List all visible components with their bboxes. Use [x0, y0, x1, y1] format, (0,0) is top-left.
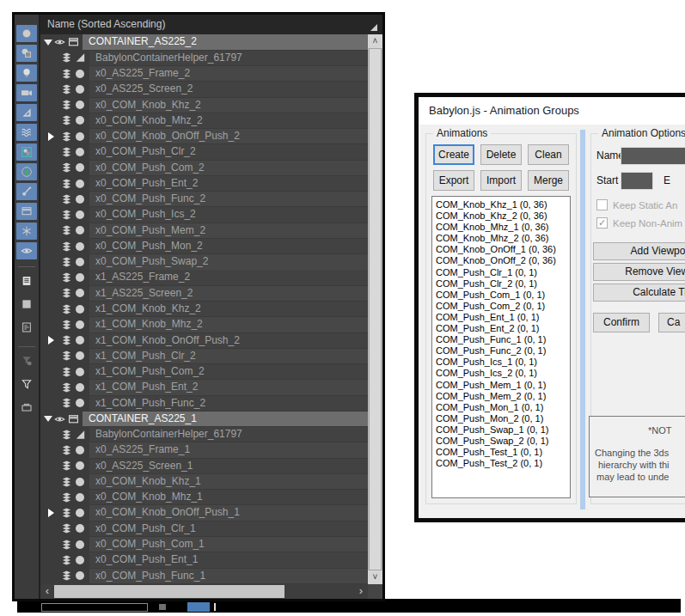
- toolbar-display-notes-button[interactable]: [16, 319, 37, 336]
- keep-static-checkbox[interactable]: [596, 199, 608, 210]
- stack-icon[interactable]: [59, 83, 73, 95]
- remove-viewport-button[interactable]: Remove Viewp: [593, 263, 685, 281]
- tree-row[interactable]: x0_COM_Push_Ent_1: [40, 552, 368, 568]
- node-label[interactable]: x0_AS225_Frame_2: [89, 66, 368, 81]
- tree-row[interactable]: x0_COM_Push_Clr_1: [40, 521, 368, 536]
- expander-down-icon[interactable]: [44, 40, 52, 46]
- animation-list-item[interactable]: COM_Knob_OnOff_1 (0, 36): [436, 244, 566, 255]
- tree-row[interactable]: x1_COM_Knob_Mhz_2: [40, 317, 368, 332]
- tree-row[interactable]: x0_COM_Knob_Mhz_1: [40, 490, 368, 505]
- expander-right-icon[interactable]: [48, 132, 54, 141]
- tree-row[interactable]: x0_COM_Push_Com_1: [40, 537, 368, 552]
- tree-row[interactable]: BabylonContainerHelper_61797: [40, 50, 368, 65]
- animation-list-item[interactable]: COM_Push_Com_2 (0, 1): [436, 301, 566, 312]
- tree-row[interactable]: x0_COM_Push_Clr_2: [40, 144, 368, 160]
- toolbar-display-swatch-button[interactable]: [16, 296, 37, 313]
- animation-list-item[interactable]: COM_Push_Mem_1 (0, 1): [436, 380, 566, 391]
- create-button[interactable]: Create: [433, 144, 474, 165]
- toolbar-containers-button[interactable]: [16, 203, 37, 220]
- toolbar-select-shapes-button[interactable]: [16, 45, 37, 62]
- tree-row[interactable]: x1_AS225_Screen_2: [40, 285, 368, 301]
- expander-down-icon[interactable]: [44, 416, 52, 422]
- tree-row[interactable]: x0_COM_Knob_Khz_1: [40, 473, 368, 489]
- node-label[interactable]: x0_AS225_Screen_2: [89, 82, 368, 96]
- node-label[interactable]: x0_COM_Push_Ics_2: [89, 207, 368, 222]
- stack-icon[interactable]: [59, 52, 73, 64]
- dialog-title[interactable]: Babylon.js - Animation Groups: [419, 97, 685, 125]
- add-viewport-button[interactable]: Add Viewpor: [593, 242, 685, 260]
- node-label[interactable]: x0_COM_Push_Func_1: [89, 569, 368, 583]
- node-label[interactable]: x0_COM_Knob_Mhz_1: [89, 490, 368, 504]
- node-label[interactable]: x0_COM_Push_Swap_2: [89, 254, 368, 269]
- tree-row[interactable]: x0_COM_Knob_Mhz_2: [40, 113, 368, 128]
- confirm-button[interactable]: Confirm: [593, 313, 650, 332]
- animation-list-item[interactable]: COM_Push_Com_1 (0, 1): [436, 290, 566, 301]
- node-label[interactable]: x0_COM_Knob_OnOff_Push_1: [89, 505, 368, 520]
- stack-icon[interactable]: [59, 287, 73, 299]
- node-label[interactable]: x0_COM_Push_Clr_1: [89, 521, 368, 536]
- animation-list-item[interactable]: COM_Push_Mon_2 (0, 1): [436, 413, 566, 424]
- toolbar-display-list-button[interactable]: [16, 272, 37, 290]
- animation-list-item[interactable]: COM_Push_Clr_2 (0, 1): [436, 278, 566, 290]
- tree-row[interactable]: x1_AS225_Frame_2: [40, 270, 368, 285]
- node-label[interactable]: x1_COM_Push_Clr_2: [89, 349, 368, 363]
- node-label[interactable]: x1_COM_Push_Ent_2: [89, 380, 368, 394]
- node-label[interactable]: x0_AS225_Frame_1: [89, 442, 368, 457]
- node-label[interactable]: x0_COM_Push_Clr_2: [89, 144, 368, 159]
- name-input[interactable]: [621, 147, 685, 165]
- node-label[interactable]: x1_COM_Knob_OnOff_Push_2: [89, 333, 368, 348]
- tree-row[interactable]: x1_COM_Push_Clr_2: [40, 348, 368, 363]
- scroll-down-button[interactable]: ˅: [368, 570, 382, 584]
- toolbar-filter-button[interactable]: [16, 375, 37, 393]
- stack-icon[interactable]: [59, 178, 73, 190]
- node-label[interactable]: x0_COM_Push_Ent_2: [89, 176, 368, 191]
- merge-button[interactable]: Merge: [528, 170, 569, 191]
- stack-icon[interactable]: [59, 319, 73, 331]
- stack-icon[interactable]: [59, 193, 73, 205]
- node-label[interactable]: x0_COM_Push_Com_1: [89, 537, 368, 552]
- tree-row[interactable]: x1_COM_Push_Ent_2: [40, 380, 368, 395]
- animation-list-item[interactable]: COM_Knob_Mhz_1 (0, 36): [436, 222, 566, 233]
- stack-icon[interactable]: [59, 114, 73, 126]
- stack-icon[interactable]: [59, 99, 73, 111]
- animation-list-item[interactable]: COM_Push_Test_1 (0, 1): [436, 447, 566, 458]
- animation-list-item[interactable]: COM_Push_Clr_1 (0, 1): [436, 267, 566, 278]
- toolbar-xrefs-button[interactable]: [16, 163, 37, 180]
- keep-nonanim-checkbox[interactable]: ✓: [596, 217, 608, 229]
- animation-list-item[interactable]: COM_Knob_Mhz_2 (0, 36): [436, 233, 566, 244]
- stack-icon[interactable]: [59, 570, 73, 582]
- stack-icon[interactable]: [59, 256, 73, 268]
- node-label[interactable]: x0_AS225_Screen_1: [89, 459, 368, 473]
- toolbar-helpers-button[interactable]: [16, 104, 37, 121]
- expander-right-icon[interactable]: [48, 509, 54, 517]
- start-input[interactable]: [621, 172, 653, 190]
- stack-icon[interactable]: [59, 209, 73, 221]
- node-label[interactable]: x1_COM_Knob_Mhz_2: [89, 317, 368, 332]
- toolbar-select-objects-button[interactable]: [16, 25, 37, 42]
- animation-list-item[interactable]: COM_Push_Ics_1 (0, 1): [436, 357, 566, 368]
- stack-icon[interactable]: [59, 131, 73, 143]
- tree-row[interactable]: x1_COM_Knob_OnOff_Push_2: [40, 332, 368, 348]
- node-label[interactable]: x0_COM_Push_Func_2: [89, 192, 368, 206]
- calculate-time-button[interactable]: Calculate Ti: [593, 284, 685, 302]
- stack-icon[interactable]: [59, 162, 73, 174]
- stack-icon[interactable]: [59, 491, 73, 503]
- stack-icon[interactable]: [59, 350, 73, 362]
- sort-indicator-icon[interactable]: [370, 24, 377, 31]
- animation-list-item[interactable]: COM_Push_Ics_2 (0, 1): [436, 368, 566, 379]
- node-label[interactable]: CONTAINER_AS225_2: [83, 34, 368, 49]
- tree-row[interactable]: x0_AS225_Frame_2: [40, 66, 368, 82]
- tree-row[interactable]: x1_COM_Push_Func_2: [40, 395, 368, 411]
- node-label[interactable]: x1_COM_Push_Com_2: [89, 364, 368, 379]
- tree-row[interactable]: x0_COM_Push_Swap_2: [40, 254, 368, 270]
- node-label[interactable]: x0_COM_Knob_Mhz_2: [89, 113, 368, 128]
- node-label[interactable]: CONTAINER_AS225_1: [83, 412, 368, 426]
- animation-groups-listbox[interactable]: COM_Knob_Khz_1 (0, 36)COM_Knob_Khz_2 (0,…: [431, 196, 571, 498]
- tree-row[interactable]: x0_COM_Push_Func_1: [40, 568, 368, 583]
- stack-icon[interactable]: [59, 366, 73, 378]
- animation-list-item[interactable]: COM_Push_Test_2 (0, 1): [436, 458, 566, 469]
- stack-icon[interactable]: [59, 146, 73, 158]
- node-label[interactable]: BabylonContainerHelper_61797: [89, 51, 368, 65]
- animation-list-item[interactable]: COM_Knob_Khz_1 (0, 36): [436, 199, 566, 210]
- visibility-eye-icon[interactable]: [52, 413, 66, 425]
